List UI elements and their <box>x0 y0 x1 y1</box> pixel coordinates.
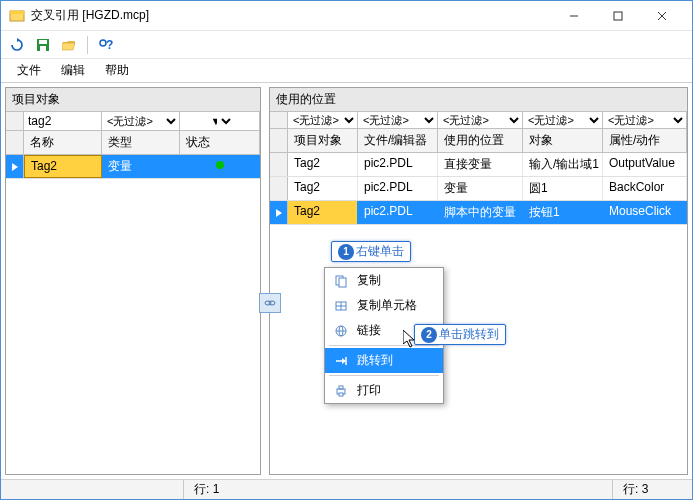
goto-icon <box>333 353 349 369</box>
menu-edit[interactable]: 编辑 <box>51 59 95 82</box>
cell-status <box>180 155 260 178</box>
cm-link-label: 链接 <box>357 322 381 339</box>
cell-name: Tag2 <box>24 155 102 178</box>
minimize-button[interactable] <box>552 2 596 30</box>
cell: Tag2 <box>288 153 358 176</box>
left-panel-header: 项目对象 <box>6 88 260 112</box>
print-icon <box>333 383 349 399</box>
left-row-selected[interactable]: Tag2 变量 <box>6 155 260 179</box>
titlebar: 交叉引用 [HGZD.mcp] <box>1 1 692 31</box>
callout-2-num: 2 <box>421 327 437 343</box>
filter-5[interactable]: <无过滤> <box>603 112 686 128</box>
svg-text:?: ? <box>106 38 113 52</box>
right-head-handle <box>270 129 288 152</box>
svg-rect-7 <box>39 40 47 44</box>
left-panel: 项目对象 <无过滤> ▼ 名称 类型 状态 Tag2 变量 <box>5 87 261 475</box>
menu-help[interactable]: 帮助 <box>95 59 139 82</box>
status-right: 行: 3 <box>612 480 692 499</box>
col-target[interactable]: 对象 <box>523 129 603 152</box>
copy-icon <box>333 273 349 289</box>
cm-goto[interactable]: 跳转到 <box>325 348 443 373</box>
col-attr[interactable]: 属性/动作 <box>603 129 687 152</box>
col-loc[interactable]: 使用的位置 <box>438 129 523 152</box>
cm-copy-label: 复制 <box>357 272 381 289</box>
filter-3[interactable]: <无过滤> <box>438 112 522 128</box>
open-button[interactable] <box>59 35 79 55</box>
cm-copy-cell-label: 复制单元格 <box>357 297 417 314</box>
svg-rect-24 <box>339 386 343 389</box>
filter-name-input[interactable] <box>24 112 101 130</box>
filter-4[interactable]: <无过滤> <box>523 112 602 128</box>
col-status[interactable]: 状态 <box>180 131 260 154</box>
svg-rect-14 <box>339 278 346 287</box>
cell: MouseClick <box>603 201 687 224</box>
cm-goto-label: 跳转到 <box>357 352 393 369</box>
filter-1[interactable]: <无过滤> <box>288 112 357 128</box>
callout-1-text: 右键单击 <box>356 243 404 260</box>
cell: 直接变量 <box>438 153 523 176</box>
cm-copy[interactable]: 复制 <box>325 268 443 293</box>
link-menu-icon <box>333 323 349 339</box>
col-obj[interactable]: 项目对象 <box>288 129 358 152</box>
cm-print-label: 打印 <box>357 382 381 399</box>
cell: BackColor <box>603 177 687 200</box>
row-handle <box>270 177 288 200</box>
splitter-link-button[interactable] <box>259 293 281 313</box>
window-title: 交叉引用 [HGZD.mcp] <box>31 7 552 24</box>
col-type[interactable]: 类型 <box>102 131 180 154</box>
app-window: 交叉引用 [HGZD.mcp] ? 文件 编辑 帮助 项目对象 <无过滤> ▼ <box>0 0 693 500</box>
svg-rect-3 <box>614 12 622 20</box>
cm-print[interactable]: 打印 <box>325 378 443 403</box>
left-empty <box>6 179 260 474</box>
table-row[interactable]: Tag2 pic2.PDL 直接变量 输入/输出域1 OutputValue <box>270 153 687 177</box>
status-dot-icon <box>216 161 224 169</box>
close-button[interactable] <box>640 2 684 30</box>
callout-2: 2 单击跳转到 <box>414 324 506 345</box>
link-icon <box>263 298 277 308</box>
left-grid-head: 名称 类型 状态 <box>6 131 260 155</box>
cursor-icon <box>403 330 417 348</box>
cell: 圆1 <box>523 177 603 200</box>
cell: pic2.PDL <box>358 177 438 200</box>
left-head-handle <box>6 131 24 154</box>
table-row-selected[interactable]: Tag2 pic2.PDL 脚本中的变量 按钮1 MouseClick <box>270 201 687 225</box>
toolbar-separator <box>87 36 88 54</box>
app-icon <box>9 8 25 24</box>
copy-cell-icon <box>333 298 349 314</box>
filter-status-select[interactable]: ▼ <box>206 113 234 129</box>
right-grid-head: 项目对象 文件/编辑器 使用的位置 对象 属性/动作 <box>270 129 687 153</box>
callout-2-text: 单击跳转到 <box>439 326 499 343</box>
cell: pic2.PDL <box>358 201 438 224</box>
filter-type-select[interactable]: <无过滤> <box>102 113 179 129</box>
content-area: 项目对象 <无过滤> ▼ 名称 类型 状态 Tag2 变量 <box>1 83 692 479</box>
row-handle <box>270 153 288 176</box>
cm-copy-cell[interactable]: 复制单元格 <box>325 293 443 318</box>
left-filter-handle <box>6 112 24 130</box>
status-left: 行: 1 <box>183 480 263 499</box>
callout-1: 1 右键单击 <box>331 241 411 262</box>
svg-rect-25 <box>339 393 343 396</box>
right-filter-handle <box>270 112 288 128</box>
right-filter-row: <无过滤> <无过滤> <无过滤> <无过滤> <无过滤> <box>270 112 687 129</box>
maximize-button[interactable] <box>596 2 640 30</box>
menubar: 文件 编辑 帮助 <box>1 59 692 83</box>
cell: Tag2 <box>288 177 358 200</box>
cell: 按钮1 <box>523 201 603 224</box>
col-file[interactable]: 文件/编辑器 <box>358 129 438 152</box>
help-button[interactable]: ? <box>96 35 116 55</box>
refresh-button[interactable] <box>7 35 27 55</box>
row-indicator <box>270 201 288 224</box>
left-filter-row: <无过滤> ▼ <box>6 112 260 131</box>
toolbar: ? <box>1 31 692 59</box>
cell: OutputValue <box>603 153 687 176</box>
table-row[interactable]: Tag2 pic2.PDL 变量 圆1 BackColor <box>270 177 687 201</box>
cm-separator <box>329 345 439 346</box>
menu-file[interactable]: 文件 <box>7 59 51 82</box>
filter-2[interactable]: <无过滤> <box>358 112 437 128</box>
col-name[interactable]: 名称 <box>24 131 102 154</box>
cm-separator <box>329 375 439 376</box>
row-indicator <box>6 155 24 178</box>
save-button[interactable] <box>33 35 53 55</box>
cell: 输入/输出域1 <box>523 153 603 176</box>
svg-rect-8 <box>40 46 46 51</box>
